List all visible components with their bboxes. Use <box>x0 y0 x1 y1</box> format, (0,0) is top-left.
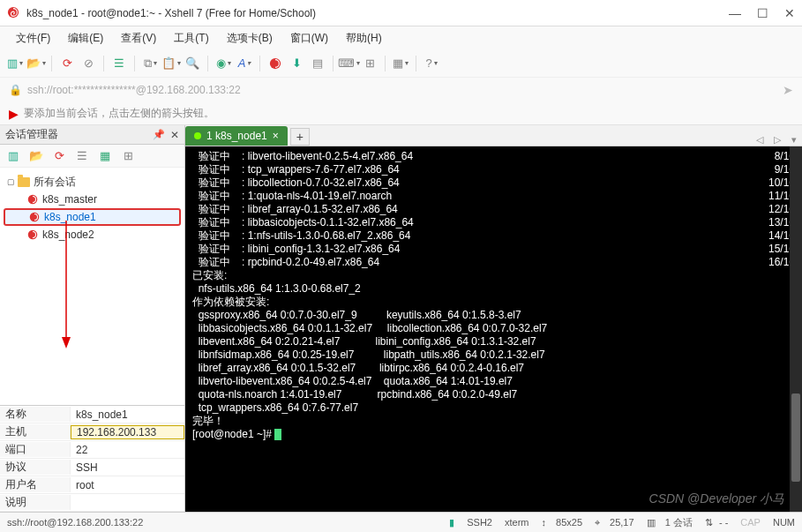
xagent-button[interactable] <box>267 56 283 71</box>
menu-help[interactable]: 帮助(H) <box>339 29 389 48</box>
pin-icon[interactable]: 📌 <box>153 129 165 140</box>
statusbar: ssh://root@192.168.200.133:22 ▮ SSH2 xte… <box>0 512 802 532</box>
lock-button[interactable]: ▦ <box>393 56 408 71</box>
session-tree: ▢ 所有会话 k8s_master k8s_node1 k8s_node2 <box>0 168 184 405</box>
menu-tabs[interactable]: 选项卡(B) <box>220 29 280 48</box>
properties-button[interactable]: ☰ <box>111 56 127 71</box>
tunnel-button[interactable]: ⊞ <box>362 56 378 71</box>
terminal-line: 作为依赖被安装: <box>192 296 795 309</box>
close-button[interactable]: ✕ <box>784 6 795 20</box>
folder-icon <box>18 177 30 187</box>
prop-row-name: 名称k8s_node1 <box>0 406 184 423</box>
find-button[interactable]: 🔍 <box>184 56 200 71</box>
copy-button[interactable]: ⧉ <box>142 56 158 71</box>
terminal-line: 验证中 : libverto-libevent-0.2.5-4.el7.x86_… <box>192 150 795 163</box>
status-num: NUM <box>773 517 795 528</box>
terminal-line: 验证中 : 1:quota-nls-4.01-19.el7.noarch11/1… <box>192 190 795 203</box>
tab-nav-next[interactable]: ▷ <box>768 134 786 146</box>
new-tab-button[interactable]: + <box>290 128 310 146</box>
session-icon <box>26 193 39 206</box>
close-panel-button[interactable]: ✕ <box>170 129 179 141</box>
help-button[interactable]: ? <box>423 56 439 71</box>
hint-text: 要添加当前会话，点击左侧的箭头按钮。 <box>24 106 214 121</box>
session-manager-header: 会话管理器 📌 ✕ <box>0 125 184 145</box>
prop-row-port: 端口22 <box>0 441 184 459</box>
sess-icon: ▥ <box>647 517 656 528</box>
go-button[interactable]: ➤ <box>783 83 793 97</box>
menu-tools[interactable]: 工具(T) <box>167 29 215 48</box>
terminal-line: 验证中 : tcp_wrappers-7.6-77.el7.x86_649/16 <box>192 163 795 176</box>
tree-item-node2[interactable]: k8s_node2 <box>4 226 181 244</box>
terminal-line: libevent.x86_64 0:2.0.21-4.el7 libini_co… <box>192 335 795 348</box>
tree-root[interactable]: ▢ 所有会话 <box>4 173 181 191</box>
menu-file[interactable]: 文件(F) <box>9 29 57 48</box>
session-properties: 名称k8s_node1 主机192.168.200.133 端口22 协议SSH… <box>0 405 184 512</box>
terminal-line: 已安装: <box>192 269 795 282</box>
keyboard-button[interactable]: ⌨ <box>341 56 356 71</box>
prop-row-desc: 说明 <box>0 494 184 512</box>
tab-strip: 1 k8s_node1 × + ◁ ▷ ▾ <box>185 125 802 146</box>
prop-row-user: 用户名root <box>0 476 184 494</box>
session-icon <box>28 211 41 223</box>
flag-icon: ▶ <box>9 107 19 121</box>
tab-close-icon[interactable]: × <box>273 130 279 142</box>
open-folder-button[interactable]: 📂 <box>28 148 44 164</box>
status-size: 85x25 <box>556 517 582 528</box>
terminal-line: libverto-libevent.x86_64 0:0.2.5-4.el7 q… <box>192 375 795 388</box>
tab-menu-button[interactable]: ▾ <box>786 134 802 146</box>
terminal-line: 验证中 : libini_config-1.3.1-32.el7.x86_641… <box>192 243 795 256</box>
address-input[interactable]: ssh://root:***************@192.168.200.1… <box>27 84 777 96</box>
reconnect-button[interactable]: ⟳ <box>59 56 75 71</box>
net-icon: ⇅ <box>705 517 713 528</box>
disconnect-button[interactable]: ⊘ <box>80 56 96 71</box>
font-button[interactable]: A <box>236 56 252 71</box>
collapse-icon[interactable]: ▢ <box>7 177 18 186</box>
terminal-line: 验证中 : libcollection-0.7.0-32.el7.x86_641… <box>192 176 795 190</box>
terminal-line: quota-nls.noarch 1:4.01-19.el7 rpcbind.x… <box>192 388 795 401</box>
new-session-button[interactable]: ▥ <box>7 56 23 71</box>
terminal[interactable]: 验证中 : libverto-libevent-0.2.5-4.el7.x86_… <box>185 146 802 512</box>
terminal-line: 完毕！ <box>192 415 795 428</box>
tab-active[interactable]: 1 k8s_node1 × <box>185 126 288 146</box>
xftp-button[interactable]: ⬇ <box>289 56 304 71</box>
window-title: k8s_node1 - root@node1:~ - Xshell 7 (Fre… <box>26 7 729 19</box>
status-dot-icon <box>194 132 201 139</box>
minimize-button[interactable]: — <box>729 6 741 20</box>
menu-window[interactable]: 窗口(W) <box>283 29 335 48</box>
tab-nav-prev[interactable]: ◁ <box>751 134 768 146</box>
new-folder-button[interactable]: ▥ <box>5 148 21 164</box>
grid-button[interactable]: ▦ <box>97 148 113 164</box>
terminal-line: libbasicobjects.x86_64 0:0.1.1-32.el7 li… <box>192 322 795 335</box>
tree-item-label: k8s_node2 <box>42 229 94 241</box>
titlebar: k8s_node1 - root@node1:~ - Xshell 7 (Fre… <box>0 0 802 26</box>
tree-root-label: 所有会话 <box>34 175 76 190</box>
color-button[interactable]: ◉ <box>215 56 231 71</box>
maximize-button[interactable]: ☐ <box>757 6 768 20</box>
terminal-prompt[interactable]: [root@node1 ~]# <box>192 428 795 441</box>
scrollbar-thumb[interactable] <box>791 393 800 482</box>
script-button[interactable]: ▤ <box>310 56 326 71</box>
status-cap: CAP <box>740 517 761 528</box>
cursor <box>274 429 281 440</box>
list-button[interactable]: ☰ <box>74 148 90 164</box>
menu-view[interactable]: 查看(V) <box>114 29 163 48</box>
tree-item-master[interactable]: k8s_master <box>4 191 181 208</box>
tree-item-node1[interactable]: k8s_node1 <box>4 208 181 226</box>
session-manager-title: 会话管理器 <box>5 127 153 142</box>
status-ssh: SSH2 <box>467 517 492 528</box>
terminal-line: gssproxy.x86_64 0:0.7.0-30.el7_9 keyutil… <box>192 309 795 322</box>
tree-item-label: k8s_master <box>42 193 97 206</box>
refresh-button[interactable]: ⟳ <box>51 148 67 164</box>
addressbar: 🔒 ssh://root:***************@192.168.200… <box>0 78 802 102</box>
menu-edit[interactable]: 编辑(E) <box>61 29 110 48</box>
status-pos: 25,17 <box>610 517 634 528</box>
terminal-line: tcp_wrappers.x86_64 0:7.6-77.el7 <box>192 401 795 415</box>
hint-bar: ▶ 要添加当前会话，点击左侧的箭头按钮。 <box>0 102 802 125</box>
terminal-scrollbar[interactable] <box>790 146 802 512</box>
sort-button[interactable]: ⊞ <box>120 148 136 164</box>
terminal-line: 验证中 : 1:nfs-utils-1.3.0-0.68.el7_2.x86_6… <box>192 229 795 243</box>
status-connection: ssh://root@192.168.200.133:22 <box>7 517 143 528</box>
open-button[interactable]: 📂 <box>28 56 44 71</box>
paste-button[interactable]: 📋 <box>163 56 179 71</box>
app-icon <box>7 6 21 20</box>
